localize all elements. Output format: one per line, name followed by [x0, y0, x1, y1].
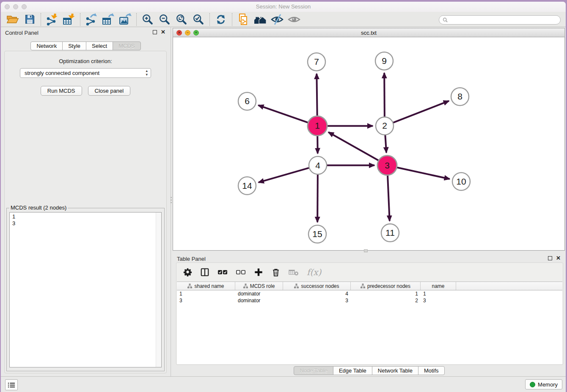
edge-1-6[interactable] — [258, 105, 309, 123]
mcds-result-line: 1 — [12, 213, 161, 220]
tab-node-table[interactable]: Node Table — [294, 366, 333, 375]
close-table-panel-icon[interactable]: ✕ — [556, 256, 561, 261]
toolbar-separator — [209, 13, 210, 26]
tab-network-table[interactable]: Network Table — [372, 366, 418, 375]
trash-icon — [271, 268, 281, 277]
node-7[interactable]: 7 — [308, 53, 325, 71]
node-2[interactable]: 2 — [376, 117, 394, 135]
table-row[interactable]: 1dominator411 — [177, 290, 562, 297]
horizontal-splitter[interactable] — [364, 249, 368, 252]
import-network-button[interactable] — [44, 13, 61, 26]
new-network-file-button[interactable] — [235, 13, 252, 26]
task-history-button[interactable] — [5, 379, 18, 390]
delete-table-button[interactable] — [289, 268, 299, 277]
tab-mcds[interactable]: MCDS — [113, 41, 140, 50]
import-table-button[interactable] — [61, 13, 77, 26]
save-session-button[interactable] — [21, 13, 38, 26]
cell-name: 3 — [421, 298, 456, 304]
network-window-titlebar[interactable]: ✕ − + scc.txt — [173, 28, 565, 37]
node-3[interactable]: 3 — [377, 156, 397, 175]
column-header-predecessor-nodes[interactable]: predecessor nodes — [351, 282, 421, 290]
open-folder-icon — [6, 14, 19, 25]
tab-edge-table[interactable]: Edge Table — [333, 366, 372, 375]
cell-successor-nodes: 4 — [283, 291, 351, 297]
export-image-button[interactable] — [117, 13, 134, 26]
export-network-button[interactable] — [83, 13, 100, 26]
svg-text:1: 1 — [315, 121, 320, 130]
edge-2-8[interactable] — [392, 101, 449, 123]
node-4[interactable]: 4 — [309, 157, 327, 174]
edge-3-1[interactable] — [328, 132, 380, 161]
node-9[interactable]: 9 — [375, 52, 393, 70]
select-all-button[interactable] — [217, 267, 228, 277]
unchecked-boxes-icon — [236, 267, 246, 277]
delete-column-button[interactable] — [271, 268, 281, 277]
node-6[interactable]: 6 — [238, 92, 256, 110]
tree-icon — [243, 284, 248, 288]
export-table-button[interactable] — [100, 13, 117, 26]
node-11[interactable]: 11 — [381, 224, 399, 242]
control-panel-title: Control Panel — [5, 30, 39, 36]
select-stepper-icon: ▴▾ — [146, 69, 148, 77]
application-window: Session: New Session — [1, 2, 566, 392]
edge-3-10[interactable] — [396, 167, 450, 179]
deselect-all-button[interactable] — [236, 267, 246, 277]
column-header-successor-nodes[interactable]: successor nodes — [283, 282, 351, 290]
fit-content-button[interactable] — [173, 13, 190, 26]
node-15[interactable]: 15 — [308, 225, 326, 243]
search-box[interactable] — [439, 15, 561, 25]
node-14[interactable]: 14 — [238, 177, 256, 195]
toggle-panel-button[interactable] — [200, 268, 209, 277]
float-table-panel-icon[interactable] — [548, 256, 552, 260]
edge-4-15[interactable] — [317, 174, 318, 222]
gear-icon — [183, 268, 192, 276]
tab-motifs[interactable]: Motifs — [418, 366, 445, 375]
tree-icon — [187, 284, 192, 288]
column-header-name[interactable]: name — [421, 282, 456, 290]
main-toolbar — [1, 12, 566, 27]
tab-style[interactable]: Style — [62, 41, 86, 50]
column-settings-button[interactable] — [183, 268, 192, 276]
tab-network[interactable]: Network — [30, 41, 63, 50]
table-row[interactable]: 3dominator323 — [177, 297, 562, 304]
edge-4-14[interactable] — [259, 168, 310, 182]
float-panel-icon[interactable] — [153, 30, 157, 34]
svg-text:3: 3 — [385, 160, 390, 170]
column-label: MCDS role — [250, 283, 275, 289]
result-scrollbar[interactable] — [156, 213, 161, 367]
birds-eye-view-button[interactable] — [286, 13, 303, 26]
mcds-result-list[interactable]: 13 — [9, 212, 162, 367]
network-canvas[interactable]: 1234678910111415 — [173, 37, 565, 251]
node-10[interactable]: 10 — [452, 173, 470, 190]
edge-1-7[interactable] — [317, 74, 317, 117]
column-header-mcds-role[interactable]: MCDS role — [235, 282, 283, 290]
edge-2-3[interactable] — [385, 134, 386, 152]
edge-2-9[interactable] — [384, 73, 385, 118]
criterion-select[interactable]: strongly connected component ▴▾ — [20, 68, 151, 78]
columns-icon — [200, 268, 209, 277]
tab-select[interactable]: Select — [86, 41, 113, 50]
node-1[interactable]: 1 — [308, 116, 327, 135]
cell-mcds-role: dominator — [235, 298, 283, 304]
edge-3-11[interactable] — [388, 174, 390, 221]
zoom-selected-button[interactable] — [190, 13, 207, 26]
column-header-shared-name[interactable]: shared name — [177, 282, 235, 290]
search-input[interactable] — [450, 17, 557, 23]
zoom-out-button[interactable] — [156, 13, 173, 26]
node-8[interactable]: 8 — [451, 88, 469, 105]
run-mcds-button[interactable]: Run MCDS — [41, 86, 82, 96]
open-session-button[interactable] — [4, 13, 21, 26]
add-column-button[interactable] — [254, 268, 263, 277]
zoom-in-button[interactable] — [139, 13, 156, 26]
hide-graphics-details-button[interactable] — [269, 13, 286, 26]
apply-layout-button[interactable] — [212, 13, 229, 26]
close-panel-icon[interactable]: ✕ — [161, 30, 165, 35]
close-panel-button[interactable]: Close panel — [88, 86, 131, 96]
criterion-value: strongly connected component — [25, 70, 99, 76]
memory-button[interactable]: Memory — [525, 379, 562, 389]
first-neighbors-button[interactable] — [252, 13, 269, 26]
apply-function-button[interactable]: f(x) — [307, 267, 321, 277]
cell-successor-nodes: 3 — [283, 298, 351, 304]
vertical-splitter[interactable] — [170, 194, 173, 205]
memory-label: Memory — [538, 381, 558, 388]
